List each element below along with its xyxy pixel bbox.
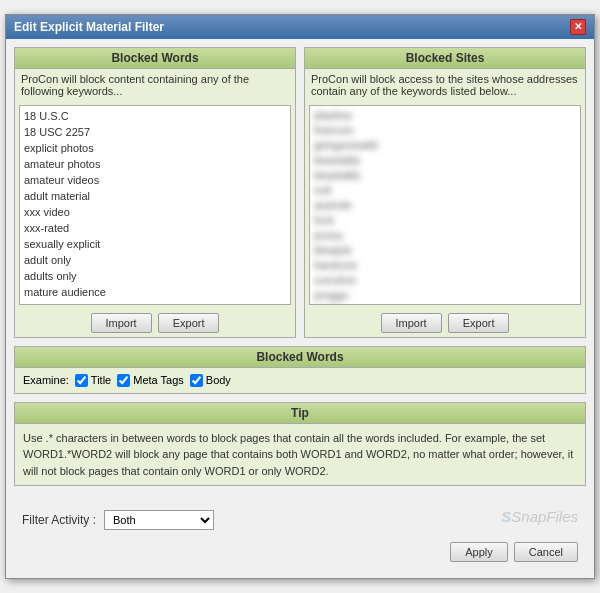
list-item: null	[314, 183, 576, 198]
list-item: sexually explicit	[24, 236, 286, 252]
bottom-area: Filter Activity : Off Block Log Both SSn…	[14, 494, 586, 570]
blocked-words-section-content: Examine: Title Meta Tags Body	[15, 368, 585, 393]
blocked-words-header: Blocked Words	[15, 48, 295, 69]
title-label: Title	[91, 374, 111, 386]
apply-button[interactable]: Apply	[450, 542, 508, 562]
filter-activity-select[interactable]: Off Block Log Both	[104, 510, 214, 530]
blocked-sites-export-button[interactable]: Export	[448, 313, 510, 333]
list-item: xxx-rated	[24, 220, 286, 236]
blocked-words-list[interactable]: 18 U.S.C 18 USC 2257 explicit photos ama…	[19, 105, 291, 305]
list-item: asshole	[314, 198, 576, 213]
list-item: preggo	[314, 288, 576, 303]
meta-tags-checkbox[interactable]	[117, 374, 130, 387]
list-item: hardcore	[314, 258, 576, 273]
filter-activity-label: Filter Activity :	[22, 513, 96, 527]
list-item: explicit photos	[24, 140, 286, 156]
blocked-words-desc: ProCon will block content containing any…	[15, 69, 295, 101]
blocked-sites-header: Blocked Sites	[305, 48, 585, 69]
blocked-words-panel: Blocked Words ProCon will block content …	[14, 47, 296, 338]
list-item: 18 U.S.C	[24, 108, 286, 124]
list-item: adult material	[24, 188, 286, 204]
blocked-sites-panel: Blocked Sites ProCon will block access t…	[304, 47, 586, 338]
blocked-sites-list[interactable]: playboy freecom girlsgonewild beastality…	[309, 105, 581, 305]
list-item: 18 USC 2257	[24, 124, 286, 140]
list-item: under 21 years	[24, 300, 286, 305]
filter-activity-row: Filter Activity : Off Block Log Both	[14, 506, 222, 534]
tip-section: Tip Use .* characters in between words t…	[14, 402, 586, 487]
blocked-sites-desc: ProCon will block access to the sites wh…	[305, 69, 585, 101]
top-panels: Blocked Words ProCon will block content …	[14, 47, 586, 338]
title-checkbox-label[interactable]: Title	[75, 374, 111, 387]
list-item: mature audience	[24, 284, 286, 300]
body-checkbox[interactable]	[190, 374, 203, 387]
list-item: adults only	[24, 268, 286, 284]
list-item: freecom	[314, 123, 576, 138]
dialog-body: Blocked Words ProCon will block content …	[6, 39, 594, 579]
list-item: blowjob	[314, 243, 576, 258]
blocked-sites-import-button[interactable]: Import	[381, 313, 442, 333]
body-checkbox-label[interactable]: Body	[190, 374, 231, 387]
blocked-words-buttons: Import Export	[15, 309, 295, 337]
list-item: girlsgonewild	[314, 138, 576, 153]
title-checkbox[interactable]	[75, 374, 88, 387]
body-label: Body	[206, 374, 231, 386]
list-item: adult only	[24, 252, 286, 268]
list-item: hentai	[314, 303, 576, 305]
cancel-button[interactable]: Cancel	[514, 542, 578, 562]
main-dialog: Edit Explicit Material Filter ✕ Blocked …	[5, 14, 595, 580]
blocked-words-import-button[interactable]: Import	[91, 313, 152, 333]
list-item: pussy	[314, 228, 576, 243]
list-item: xxx video	[24, 204, 286, 220]
examine-row: Examine: Title Meta Tags Body	[23, 374, 577, 387]
tip-content: Use .* characters in between words to bl…	[15, 424, 585, 486]
tip-header: Tip	[15, 403, 585, 424]
snapfiles-logo: SSnapFiles	[501, 508, 578, 525]
close-button[interactable]: ✕	[570, 19, 586, 35]
list-item: amateur photos	[24, 156, 286, 172]
dialog-title: Edit Explicit Material Filter	[14, 20, 164, 34]
blocked-sites-buttons: Import Export	[305, 309, 585, 337]
list-item: beastality	[314, 153, 576, 168]
blocked-words-section: Blocked Words Examine: Title Meta Tags B…	[14, 346, 586, 394]
tip-text: Use .* characters in between words to bl…	[23, 430, 577, 480]
list-item: amateur videos	[24, 172, 286, 188]
list-item: fuck	[314, 213, 576, 228]
list-item: beastality	[314, 168, 576, 183]
title-bar: Edit Explicit Material Filter ✕	[6, 15, 594, 39]
list-item: cumshot	[314, 273, 576, 288]
meta-tags-label: Meta Tags	[133, 374, 184, 386]
bottom-buttons: Apply Cancel	[14, 538, 586, 570]
blocked-words-export-button[interactable]: Export	[158, 313, 220, 333]
blocked-words-section-header: Blocked Words	[15, 347, 585, 368]
list-item: playboy	[314, 108, 576, 123]
meta-tags-checkbox-label[interactable]: Meta Tags	[117, 374, 184, 387]
examine-label: Examine:	[23, 374, 69, 386]
